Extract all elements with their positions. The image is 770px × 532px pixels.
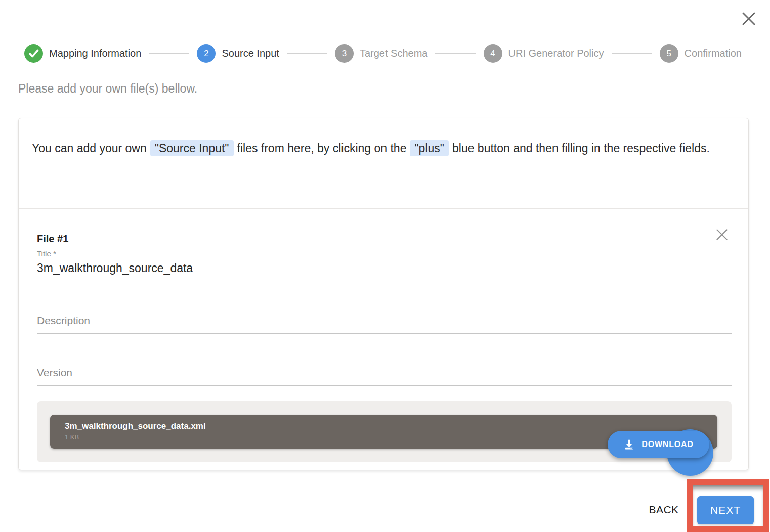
stepper-connector xyxy=(287,53,327,54)
instructions-part1: You can add your own xyxy=(32,142,147,155)
instructions-text: You can add your own"Source Input"files … xyxy=(19,118,748,209)
close-icon xyxy=(742,12,756,26)
remove-file-icon xyxy=(716,229,728,241)
step-number: 5 xyxy=(660,44,678,63)
back-button[interactable]: BACK xyxy=(638,499,689,521)
instructions-part2: files from here, by clicking on the xyxy=(237,142,407,155)
next-button[interactable]: NEXT xyxy=(697,496,754,524)
step-label: URI Generator Policy xyxy=(508,48,604,59)
page-subtitle: Please add your own file(s) bellow. xyxy=(18,82,197,96)
source-input-card: You can add your own"Source Input"files … xyxy=(18,118,749,470)
download-button[interactable]: DOWNLOAD xyxy=(608,431,709,458)
wizard-stepper: Mapping Information 2 Source Input 3 Tar… xyxy=(24,44,742,63)
download-icon xyxy=(623,439,635,451)
attachment-area: 3m_walkthrough_source_data.xml 1 KB DOWN… xyxy=(37,401,732,462)
step-number: 4 xyxy=(484,44,502,63)
download-label: DOWNLOAD xyxy=(641,440,693,449)
step-number: 3 xyxy=(335,44,354,63)
remove-file-button[interactable] xyxy=(715,228,729,242)
version-input[interactable] xyxy=(37,367,732,386)
step-number: 2 xyxy=(197,44,216,63)
step-completed-check-icon xyxy=(24,44,43,63)
step-source-input[interactable]: 2 Source Input xyxy=(197,44,279,63)
file-form: File #1 Title * 3m_walkthrough_source_da… xyxy=(19,209,748,462)
step-target-schema[interactable]: 3 Target Schema xyxy=(335,44,428,63)
source-input-chip: "Source Input" xyxy=(150,140,234,156)
title-label: Title * xyxy=(37,249,732,258)
step-label: Mapping Information xyxy=(49,48,141,59)
step-label: Target Schema xyxy=(360,48,428,59)
stepper-connector xyxy=(612,53,652,54)
file-heading: File #1 xyxy=(37,233,732,245)
plus-chip: "plus" xyxy=(410,140,449,156)
attachment-filename: 3m_walkthrough_source_data.xml xyxy=(65,421,717,431)
description-input[interactable] xyxy=(37,315,732,334)
step-confirmation[interactable]: 5 Confirmation xyxy=(660,44,742,63)
step-label: Confirmation xyxy=(685,48,742,59)
dialog-close-button[interactable] xyxy=(741,11,757,27)
step-mapping-information[interactable]: Mapping Information xyxy=(24,44,141,63)
instructions-part3: blue button and then filling in the resp… xyxy=(452,142,710,155)
stepper-connector xyxy=(435,53,476,54)
stepper-connector xyxy=(149,53,189,54)
title-input[interactable] xyxy=(37,258,732,282)
step-label: Source Input xyxy=(222,48,279,59)
step-uri-generator-policy[interactable]: 4 URI Generator Policy xyxy=(484,44,604,63)
